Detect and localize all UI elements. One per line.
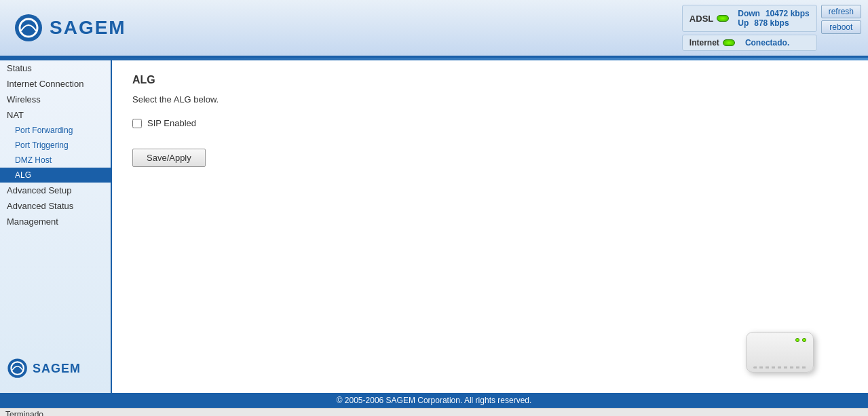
status-text: Terminado [5, 410, 43, 416]
logo-text: SAGEM [50, 17, 126, 39]
footer: © 2005-2006 SAGEM Corporation. All right… [0, 393, 868, 408]
sidebar-item-dmz-host[interactable]: DMZ Host [0, 153, 111, 168]
connected-label: Conectado. [745, 38, 789, 48]
nav-menu: Status Internet Connection Wireless NAT … [0, 60, 111, 229]
copyright-text: © 2005-2006 SAGEM Corporation. All right… [337, 396, 532, 405]
logo-area: SAGEM [0, 6, 140, 50]
internet-led [723, 39, 735, 46]
save-apply-button[interactable]: Save/Apply [132, 149, 206, 167]
up-speed: 878 kbps [754, 18, 789, 28]
sidebar-item-port-triggering[interactable]: Port Triggering [0, 138, 111, 153]
sidebar-item-alg[interactable]: ALG [0, 168, 111, 183]
sidebar-logo-icon [7, 358, 29, 379]
router-image [746, 332, 814, 373]
logo-icon [14, 13, 44, 43]
content-area: ALG Select the ALG below. SIP Enabled Sa… [112, 60, 868, 393]
main-area: Status Internet Connection Wireless NAT … [0, 60, 868, 393]
sidebar-item-port-forwarding[interactable]: Port Forwarding [0, 123, 111, 138]
reboot-button[interactable]: reboot [821, 20, 861, 34]
sidebar: Status Internet Connection Wireless NAT … [0, 60, 112, 393]
page-title: ALG [132, 74, 848, 86]
sidebar-item-status[interactable]: Status [0, 60, 111, 76]
sidebar-item-nat[interactable]: NAT [0, 107, 111, 123]
down-speed: 10472 kbps [766, 9, 810, 18]
adsl-label: ADSL [690, 14, 713, 24]
sidebar-item-wireless[interactable]: Wireless [0, 92, 111, 107]
sidebar-logo-text: SAGEM [33, 362, 81, 376]
page-description: Select the ALG below. [132, 94, 848, 105]
status-bar: Terminado [0, 408, 868, 416]
internet-label: Internet [690, 38, 719, 48]
sidebar-logo: SAGEM [0, 351, 111, 386]
sagem-logo: SAGEM [14, 13, 126, 43]
up-label: Up [738, 18, 749, 28]
adsl-led [717, 15, 729, 22]
sidebar-item-internet-connection[interactable]: Internet Connection [0, 76, 111, 92]
sip-enabled-row: SIP Enabled [132, 118, 848, 128]
sidebar-item-management[interactable]: Management [0, 214, 111, 229]
sip-enabled-checkbox[interactable] [132, 119, 142, 128]
refresh-button[interactable]: refresh [821, 5, 861, 18]
down-label: Down [738, 9, 760, 18]
sip-enabled-label: SIP Enabled [147, 118, 196, 128]
header: SAGEM ADSL Down 10472 kbps Up [0, 0, 868, 58]
sidebar-item-advanced-setup[interactable]: Advanced Setup [0, 183, 111, 198]
action-buttons: refresh reboot [821, 5, 861, 34]
sidebar-item-advanced-status[interactable]: Advanced Status [0, 198, 111, 214]
